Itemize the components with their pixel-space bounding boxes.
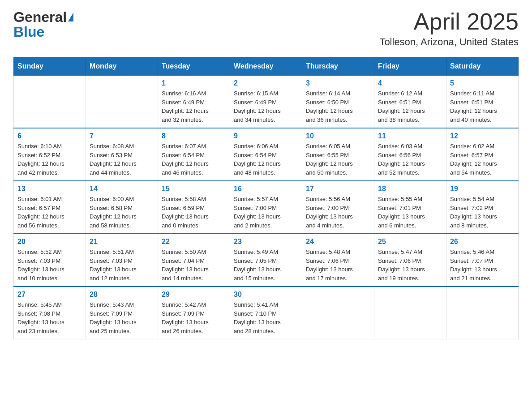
- day-info: Sunrise: 5:54 AM Sunset: 7:02 PM Dayligh…: [450, 195, 515, 230]
- day-info: Sunrise: 5:49 AM Sunset: 7:05 PM Dayligh…: [234, 248, 298, 283]
- day-info: Sunrise: 6:06 AM Sunset: 6:54 PM Dayligh…: [234, 142, 298, 177]
- calendar-cell: 1Sunrise: 6:16 AM Sunset: 6:49 PM Daylig…: [158, 75, 230, 128]
- calendar-cell: 13Sunrise: 6:01 AM Sunset: 6:57 PM Dayli…: [14, 181, 86, 234]
- day-info: Sunrise: 5:43 AM Sunset: 7:09 PM Dayligh…: [90, 300, 154, 335]
- day-number: 9: [234, 132, 298, 140]
- calendar-cell: 8Sunrise: 6:07 AM Sunset: 6:54 PM Daylig…: [158, 128, 230, 181]
- day-number: 14: [90, 185, 154, 193]
- day-number: 21: [90, 238, 154, 246]
- day-number: 29: [162, 291, 226, 299]
- logo-triangle-icon: [68, 13, 73, 21]
- day-number: 30: [234, 291, 298, 299]
- calendar-cell: 17Sunrise: 5:56 AM Sunset: 7:00 PM Dayli…: [302, 181, 374, 234]
- calendar-cell: 14Sunrise: 6:00 AM Sunset: 6:58 PM Dayli…: [86, 181, 158, 234]
- day-info: Sunrise: 6:01 AM Sunset: 6:57 PM Dayligh…: [17, 195, 82, 230]
- day-info: Sunrise: 6:14 AM Sunset: 6:50 PM Dayligh…: [306, 89, 370, 124]
- day-info: Sunrise: 5:48 AM Sunset: 7:06 PM Dayligh…: [306, 248, 370, 283]
- calendar-cell: [302, 287, 374, 339]
- day-number: 25: [378, 238, 442, 246]
- calendar-cell: 5Sunrise: 6:11 AM Sunset: 6:51 PM Daylig…: [446, 75, 519, 128]
- calendar-cell: [86, 75, 158, 128]
- day-number: 8: [162, 132, 226, 140]
- day-info: Sunrise: 6:08 AM Sunset: 6:53 PM Dayligh…: [90, 142, 154, 177]
- day-info: Sunrise: 5:50 AM Sunset: 7:04 PM Dayligh…: [162, 248, 226, 283]
- day-number: 10: [306, 132, 370, 140]
- day-info: Sunrise: 6:10 AM Sunset: 6:52 PM Dayligh…: [17, 142, 82, 177]
- calendar-table: SundayMondayTuesdayWednesdayThursdayFrid…: [13, 57, 519, 339]
- calendar-cell: 9Sunrise: 6:06 AM Sunset: 6:54 PM Daylig…: [230, 128, 302, 181]
- calendar-cell: [446, 287, 519, 339]
- day-number: 22: [162, 238, 226, 246]
- day-info: Sunrise: 6:00 AM Sunset: 6:58 PM Dayligh…: [90, 195, 154, 230]
- calendar-header-thursday: Thursday: [302, 57, 374, 75]
- day-info: Sunrise: 5:47 AM Sunset: 7:06 PM Dayligh…: [378, 248, 442, 283]
- day-number: 17: [306, 185, 370, 193]
- day-number: 26: [450, 238, 515, 246]
- calendar-header-friday: Friday: [374, 57, 446, 75]
- day-info: Sunrise: 6:12 AM Sunset: 6:51 PM Dayligh…: [378, 89, 442, 124]
- calendar-cell: 11Sunrise: 6:03 AM Sunset: 6:56 PM Dayli…: [374, 128, 446, 181]
- day-info: Sunrise: 6:03 AM Sunset: 6:56 PM Dayligh…: [378, 142, 442, 177]
- day-info: Sunrise: 5:42 AM Sunset: 7:09 PM Dayligh…: [162, 300, 226, 335]
- day-number: 13: [17, 185, 82, 193]
- logo-general-blue: General: [13, 9, 73, 26]
- page-header: General Blue April 2025 Tolleson, Arizon…: [13, 9, 519, 48]
- calendar-cell: 21Sunrise: 5:51 AM Sunset: 7:03 PM Dayli…: [86, 234, 158, 287]
- calendar-cell: 26Sunrise: 5:46 AM Sunset: 7:07 PM Dayli…: [446, 234, 519, 287]
- calendar-week-row: 20Sunrise: 5:52 AM Sunset: 7:03 PM Dayli…: [14, 234, 519, 287]
- calendar-cell: 30Sunrise: 5:41 AM Sunset: 7:10 PM Dayli…: [230, 287, 302, 339]
- calendar-cell: [14, 75, 86, 128]
- calendar-cell: 27Sunrise: 5:45 AM Sunset: 7:08 PM Dayli…: [14, 287, 86, 339]
- calendar-cell: 4Sunrise: 6:12 AM Sunset: 6:51 PM Daylig…: [374, 75, 446, 128]
- day-number: 19: [450, 185, 515, 193]
- day-info: Sunrise: 5:55 AM Sunset: 7:01 PM Dayligh…: [378, 195, 442, 230]
- calendar-cell: 2Sunrise: 6:15 AM Sunset: 6:49 PM Daylig…: [230, 75, 302, 128]
- calendar-cell: 22Sunrise: 5:50 AM Sunset: 7:04 PM Dayli…: [158, 234, 230, 287]
- calendar-cell: 12Sunrise: 6:02 AM Sunset: 6:57 PM Dayli…: [446, 128, 519, 181]
- calendar-cell: 15Sunrise: 5:58 AM Sunset: 6:59 PM Dayli…: [158, 181, 230, 234]
- day-number: 15: [162, 185, 226, 193]
- day-number: 16: [234, 185, 298, 193]
- day-number: 12: [450, 132, 515, 140]
- day-number: 28: [90, 291, 154, 299]
- day-info: Sunrise: 6:02 AM Sunset: 6:57 PM Dayligh…: [450, 142, 515, 177]
- calendar-header-sunday: Sunday: [14, 57, 86, 75]
- calendar-cell: 25Sunrise: 5:47 AM Sunset: 7:06 PM Dayli…: [374, 234, 446, 287]
- day-info: Sunrise: 5:57 AM Sunset: 7:00 PM Dayligh…: [234, 195, 298, 230]
- calendar-week-row: 6Sunrise: 6:10 AM Sunset: 6:52 PM Daylig…: [14, 128, 519, 181]
- calendar-cell: 20Sunrise: 5:52 AM Sunset: 7:03 PM Dayli…: [14, 234, 86, 287]
- calendar-cell: 18Sunrise: 5:55 AM Sunset: 7:01 PM Dayli…: [374, 181, 446, 234]
- calendar-week-row: 13Sunrise: 6:01 AM Sunset: 6:57 PM Dayli…: [14, 181, 519, 234]
- day-number: 24: [306, 238, 370, 246]
- day-info: Sunrise: 5:52 AM Sunset: 7:03 PM Dayligh…: [17, 248, 82, 283]
- day-info: Sunrise: 5:45 AM Sunset: 7:08 PM Dayligh…: [17, 300, 82, 335]
- day-info: Sunrise: 5:58 AM Sunset: 6:59 PM Dayligh…: [162, 195, 226, 230]
- calendar-week-row: 27Sunrise: 5:45 AM Sunset: 7:08 PM Dayli…: [14, 287, 519, 339]
- day-info: Sunrise: 5:41 AM Sunset: 7:10 PM Dayligh…: [234, 300, 298, 335]
- calendar-cell: [374, 287, 446, 339]
- day-number: 20: [17, 238, 82, 246]
- month-title: April 2025: [379, 9, 519, 34]
- day-number: 3: [306, 79, 370, 87]
- day-info: Sunrise: 5:56 AM Sunset: 7:00 PM Dayligh…: [306, 195, 370, 230]
- day-info: Sunrise: 6:05 AM Sunset: 6:55 PM Dayligh…: [306, 142, 370, 177]
- day-number: 6: [17, 132, 82, 140]
- location-text: Tolleson, Arizona, United States: [379, 36, 519, 48]
- day-number: 5: [450, 79, 515, 87]
- calendar-header-saturday: Saturday: [446, 57, 519, 75]
- day-number: 2: [234, 79, 298, 87]
- calendar-cell: 28Sunrise: 5:43 AM Sunset: 7:09 PM Dayli…: [86, 287, 158, 339]
- day-info: Sunrise: 5:51 AM Sunset: 7:03 PM Dayligh…: [90, 248, 154, 283]
- day-number: 23: [234, 238, 298, 246]
- calendar-cell: 19Sunrise: 5:54 AM Sunset: 7:02 PM Dayli…: [446, 181, 519, 234]
- day-info: Sunrise: 6:16 AM Sunset: 6:49 PM Dayligh…: [162, 89, 226, 124]
- calendar-cell: 24Sunrise: 5:48 AM Sunset: 7:06 PM Dayli…: [302, 234, 374, 287]
- calendar-week-row: 1Sunrise: 6:16 AM Sunset: 6:49 PM Daylig…: [14, 75, 519, 128]
- day-number: 27: [17, 291, 82, 299]
- calendar-header-row: SundayMondayTuesdayWednesdayThursdayFrid…: [14, 57, 519, 75]
- day-number: 4: [378, 79, 442, 87]
- calendar-header-monday: Monday: [86, 57, 158, 75]
- day-info: Sunrise: 6:07 AM Sunset: 6:54 PM Dayligh…: [162, 142, 226, 177]
- logo-general-text: General: [13, 9, 67, 26]
- day-number: 11: [378, 132, 442, 140]
